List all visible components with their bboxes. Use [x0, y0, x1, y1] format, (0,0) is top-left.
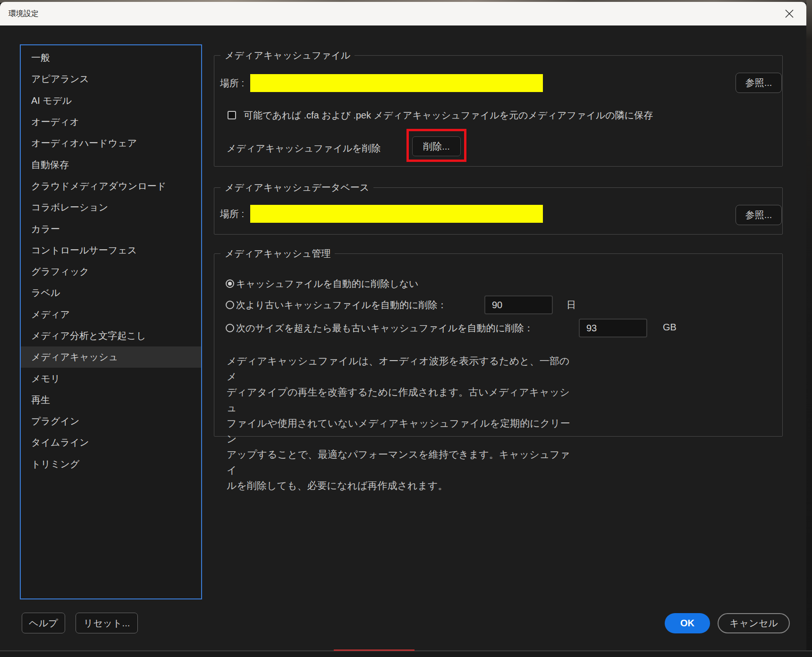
location-value-redacted-bar: [250, 205, 543, 223]
sidebar-item[interactable]: オーディオ: [21, 111, 201, 133]
help-button[interactable]: ヘルプ: [22, 613, 65, 633]
sidebar-item[interactable]: アピアランス: [21, 68, 201, 90]
sidebar-item[interactable]: ラベル: [21, 282, 201, 303]
location-label: 場所 :: [220, 77, 244, 90]
section-media-cache-management: メディアキャッシュ管理 キャッシュファイルを自動的に削除しない 次より古いキャッ…: [214, 253, 783, 437]
sidebar-item[interactable]: 一般: [21, 47, 201, 68]
days-unit-label: 日: [567, 299, 576, 312]
radio-never-delete[interactable]: [226, 279, 234, 288]
section-media-cache-files: メディアキャッシュファイル 場所 : 参照... 可能であれば .cfa および…: [214, 55, 783, 167]
section-title: メディアキャッシュファイル: [220, 49, 355, 62]
section-title: メディアキャッシュ管理: [220, 247, 335, 260]
sidebar-item[interactable]: クラウドメディアダウンロード: [21, 176, 201, 197]
close-button[interactable]: [776, 2, 803, 25]
sidebar-item[interactable]: トリミング: [21, 454, 201, 475]
preferences-sidebar: 一般アピアランスAI モデルオーディオオーディオハードウェア自動保存クラウドメデ…: [20, 44, 202, 599]
sidebar-list: 一般アピアランスAI モデルオーディオオーディオハードウェア自動保存クラウドメデ…: [21, 47, 201, 475]
size-unit-label: GB: [663, 322, 677, 333]
radio-never-delete-label: キャッシュファイルを自動的に削除しない: [236, 278, 419, 290]
size-input[interactable]: [579, 319, 647, 337]
sidebar-item[interactable]: コントロールサーフェス: [21, 240, 201, 261]
sidebar-item[interactable]: コラボレーション: [21, 197, 201, 218]
app-background-strip: [0, 650, 812, 657]
section-media-cache-database: メディアキャッシュデータベース 場所 : 参照...: [214, 187, 783, 235]
browse-button[interactable]: 参照...: [736, 205, 782, 225]
dialog-title: 環境設定: [8, 9, 39, 19]
location-value-redacted-bar: [250, 74, 543, 92]
sidebar-item[interactable]: メモリ: [21, 368, 201, 389]
save-next-to-media-checkbox[interactable]: [228, 111, 236, 119]
sidebar-item[interactable]: AI モデル: [21, 90, 201, 111]
dialog-titlebar: 環境設定: [0, 2, 806, 25]
sidebar-item[interactable]: 再生: [21, 389, 201, 411]
sidebar-item[interactable]: プラグイン: [21, 411, 201, 432]
sidebar-item[interactable]: オーディオハードウェア: [21, 133, 201, 154]
sidebar-item[interactable]: メディア分析と文字起こし: [21, 325, 201, 346]
close-icon: [784, 8, 795, 19]
app-background-red-line: [334, 649, 414, 651]
desktop-background-right: [806, 0, 812, 657]
section-title: メディアキャッシュデータベース: [220, 181, 373, 194]
sidebar-item[interactable]: グラフィック: [21, 261, 201, 282]
radio-delete-oldest-over-size-label: 次のサイズを超えたら最も古いキャッシュファイルを自動的に削除：: [236, 322, 533, 335]
delete-button[interactable]: 削除...: [412, 136, 461, 156]
radio-delete-older-than-label: 次より古いキャッシュファイルを自動的に削除：: [236, 299, 447, 312]
reset-button[interactable]: リセット...: [76, 613, 138, 633]
browse-button[interactable]: 参照...: [736, 73, 782, 93]
sidebar-item[interactable]: メディアキャッシュ: [21, 346, 201, 368]
radio-delete-older-than[interactable]: [226, 301, 234, 309]
save-next-to-media-label: 可能であれば .cfa および .pek メディアキャッシュファイルを元のメディ…: [244, 109, 653, 122]
preferences-dialog: 環境設定 一般アピアランスAI モデルオーディオオーディオハードウェア自動保存ク…: [0, 2, 806, 650]
delete-cache-label: メディアキャッシュファイルを削除: [227, 142, 381, 155]
cancel-button[interactable]: キャンセル: [718, 613, 790, 633]
cache-description-text: メディアキャッシュファイルは、オーディオ波形を表示するためと、一部のメ ディアタ…: [227, 353, 576, 493]
dialog-body: 一般アピアランスAI モデルオーディオオーディオハードウェア自動保存クラウドメデ…: [0, 25, 806, 650]
sidebar-item[interactable]: メディア: [21, 304, 201, 325]
ok-button[interactable]: OK: [665, 613, 710, 633]
sidebar-item[interactable]: 自動保存: [21, 154, 201, 175]
days-input[interactable]: [484, 295, 553, 314]
sidebar-item[interactable]: カラー: [21, 218, 201, 239]
sidebar-item[interactable]: タイムライン: [21, 432, 201, 453]
location-label: 場所 :: [220, 208, 244, 220]
radio-delete-oldest-over-size[interactable]: [226, 324, 234, 332]
